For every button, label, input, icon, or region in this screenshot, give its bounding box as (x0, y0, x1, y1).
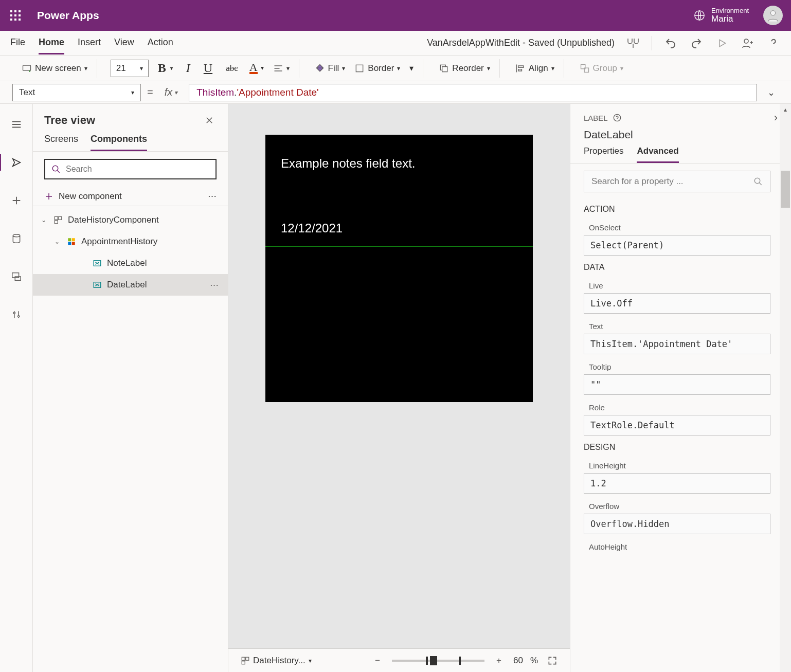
formula-bar: Text ▾ = fx▾ ThisItem.'Appointment Date'… (0, 81, 791, 104)
label-autoheight: AutoHeight (584, 537, 770, 554)
font-size-input[interactable]: 21 ▾ (111, 60, 149, 77)
font-color-button[interactable]: A ▾ (247, 59, 266, 78)
svg-rect-13 (356, 65, 363, 71)
tree-search-input[interactable] (44, 159, 217, 179)
rail-hamburger-icon[interactable] (6, 114, 27, 135)
rail-media-icon[interactable] (6, 266, 27, 287)
prop-tab-properties[interactable]: Properties (584, 146, 623, 163)
formula-input[interactable]: ThisItem.'Appointment Date' (189, 84, 757, 101)
border-button[interactable]: Border ▾ (352, 60, 402, 77)
undo-icon[interactable] (663, 36, 678, 50)
section-data: DATA (584, 259, 770, 276)
app-checker-icon[interactable] (626, 36, 640, 50)
info-icon[interactable] (613, 114, 621, 122)
new-screen-button[interactable]: New screen ▾ (20, 60, 89, 77)
avatar[interactable] (763, 6, 783, 25)
property-search-input[interactable]: Search for a property ... (584, 171, 770, 192)
reorder-button[interactable]: Reorder ▾ (437, 60, 492, 77)
tree-node-notelabel[interactable]: NoteLabel (33, 252, 228, 274)
fill-button[interactable]: Fill ▾ (313, 60, 348, 77)
value-lineheight[interactable]: 1.2 (584, 473, 770, 494)
tree-tab-components[interactable]: Components (91, 134, 147, 151)
text-align-button[interactable]: ▾ (271, 60, 292, 77)
svg-point-11 (744, 39, 748, 43)
new-component-button[interactable]: New component (44, 191, 122, 202)
value-tooltip[interactable]: "" (584, 374, 770, 395)
rail-insert-icon[interactable] (6, 190, 27, 211)
zoom-out-button[interactable]: − (370, 653, 385, 668)
property-selector[interactable]: Text ▾ (12, 84, 141, 101)
breadcrumb-button[interactable]: DateHistory... ▾ (239, 652, 314, 669)
redo-icon[interactable] (689, 36, 704, 50)
svg-rect-4 (14, 14, 16, 16)
label-lineheight: LineHeight (584, 456, 770, 473)
tree-node-component[interactable]: ⌄ DateHistoryComponent (33, 209, 228, 231)
ribbon-overflow-button[interactable]: ▾ (407, 60, 416, 76)
svg-rect-29 (68, 242, 71, 245)
zoom-value: 60 (513, 656, 523, 666)
waffle-icon[interactable] (8, 8, 23, 23)
svg-point-23 (52, 166, 58, 171)
component-stage[interactable]: Example notes field text. 12/12/2021 (265, 135, 533, 402)
value-live[interactable]: Live.Off (584, 293, 770, 314)
section-action: ACTION (584, 201, 770, 218)
rail-data-icon[interactable] (6, 228, 27, 249)
component-icon (53, 215, 64, 225)
underline-button[interactable]: U (200, 61, 217, 75)
value-text[interactable]: ThisItem.'Appointment Date' (584, 334, 770, 354)
prop-tab-advanced[interactable]: Advanced (637, 146, 678, 163)
align-button[interactable]: Align ▾ (513, 60, 556, 77)
equals-label: = (147, 86, 153, 98)
chevron-right-icon[interactable]: › (774, 111, 778, 124)
value-role[interactable]: TextRole.Default (584, 415, 770, 435)
label-text: Text (584, 317, 770, 334)
more-icon[interactable]: ⋯ (208, 191, 217, 202)
svg-rect-0 (10, 10, 12, 12)
value-overflow[interactable]: Overflow.Hidden (584, 514, 770, 534)
rail-tree-view-icon[interactable] (6, 152, 27, 173)
expand-formula-button[interactable]: ⌄ (763, 87, 779, 98)
menu-insert[interactable]: Insert (78, 32, 101, 55)
zoom-in-button[interactable]: + (492, 653, 506, 668)
close-tree-button[interactable] (202, 113, 217, 128)
canvas-area: Example notes field text. 12/12/2021 Dat… (228, 104, 570, 672)
label-role: Role (584, 398, 770, 415)
properties-pane: ▴ LABEL › DateLabel Properties Advanced … (570, 104, 791, 672)
environment-block[interactable]: Environment Maria (694, 7, 763, 24)
share-icon[interactable] (741, 36, 755, 50)
zoom-slider[interactable] (392, 660, 484, 662)
tree-node-datelabel[interactable]: DateLabel ⋯ (33, 274, 228, 296)
note-label-preview[interactable]: Example notes field text. (281, 156, 415, 171)
svg-rect-24 (55, 216, 58, 220)
date-label-preview[interactable]: 12/12/2021 (281, 221, 343, 235)
menu-view[interactable]: View (114, 32, 134, 55)
menu-file[interactable]: File (10, 32, 25, 55)
svg-rect-26 (55, 221, 58, 224)
separator-line (265, 246, 533, 247)
strikethrough-button[interactable]: abc (222, 63, 242, 74)
tree-node-gallery[interactable]: ⌄ AppointmentHistory (33, 231, 228, 252)
more-icon[interactable]: ⋯ (210, 280, 228, 290)
globe-icon (694, 10, 705, 21)
gallery-icon (67, 237, 77, 246)
label-onselect: OnSelect (584, 218, 770, 235)
italic-button[interactable]: I (182, 61, 194, 75)
label-icon (93, 259, 103, 268)
control-type-label: LABEL (584, 114, 608, 122)
tree-tab-screens[interactable]: Screens (44, 134, 78, 151)
bold-button[interactable]: B▾ (154, 61, 177, 75)
fit-screen-button[interactable] (545, 653, 560, 668)
play-icon[interactable] (715, 36, 729, 50)
environment-label: Environment (711, 7, 749, 14)
chevron-down-icon: ▾ (84, 65, 87, 72)
rail-tools-icon[interactable] (6, 304, 27, 325)
svg-rect-12 (23, 65, 31, 70)
menu-action[interactable]: Action (148, 32, 173, 55)
value-onselect[interactable]: Select(Parent) (584, 235, 770, 256)
scrollbar[interactable]: ▴ (780, 104, 791, 672)
svg-rect-1 (14, 10, 16, 12)
svg-rect-35 (242, 661, 245, 664)
menu-home[interactable]: Home (39, 32, 64, 55)
help-icon[interactable] (766, 36, 781, 50)
fx-button[interactable]: fx▾ (159, 86, 183, 98)
